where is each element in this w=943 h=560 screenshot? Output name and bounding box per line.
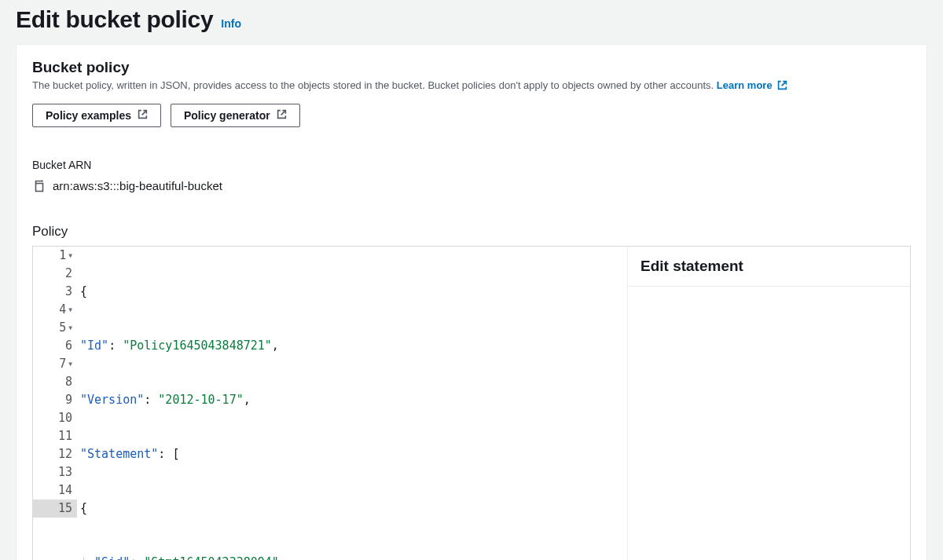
fold-icon[interactable]: ▼	[68, 355, 72, 373]
policy-examples-button[interactable]: Policy examples	[32, 104, 161, 127]
learn-more-label: Learn more	[717, 79, 772, 91]
panel-description-text: The bucket policy, written in JSON, prov…	[32, 79, 717, 91]
line-number: 5	[59, 319, 66, 337]
line-number: 14	[58, 481, 72, 500]
bucket-arn-label: Bucket ARN	[32, 159, 911, 171]
line-number: 6	[65, 337, 72, 355]
line-number: 2	[65, 265, 72, 283]
policy-examples-label: Policy examples	[46, 109, 131, 122]
line-number: 9	[65, 391, 72, 409]
learn-more-link[interactable]: Learn more	[717, 79, 787, 91]
panel-description: The bucket policy, written in JSON, prov…	[32, 79, 911, 94]
line-number: 3	[65, 283, 72, 301]
line-number: 7	[59, 355, 66, 373]
fold-icon[interactable]: ▼	[68, 319, 72, 337]
line-number: 1	[59, 247, 66, 265]
line-number: 11	[58, 427, 72, 445]
external-link-icon	[777, 80, 787, 94]
editor-gutter: 1▼ 2 3 4▼ 5▼ 6 7▼ 8 9 10 11 12 13 14 15	[33, 247, 77, 560]
fold-icon[interactable]: ▼	[68, 301, 72, 319]
line-number: 8	[65, 373, 72, 391]
panel-heading: Bucket policy	[32, 59, 911, 76]
line-number: 10	[58, 409, 72, 427]
line-number: 15	[58, 500, 72, 518]
bucket-arn-value: arn:aws:s3:::big-beautiful-bucket	[53, 179, 222, 192]
external-link-icon	[277, 109, 287, 122]
editor-code[interactable]: { "Id": "Policy1645043848721", "Version"…	[77, 247, 622, 560]
info-link[interactable]: Info	[221, 17, 241, 30]
edit-statement-panel: Edit statement Select a statement Select…	[627, 247, 910, 560]
copy-icon[interactable]	[32, 180, 45, 192]
page-title: Edit bucket policy	[16, 6, 213, 33]
line-number: 4	[59, 301, 66, 319]
policy-generator-label: Policy generator	[184, 109, 270, 122]
line-number: 12	[58, 445, 72, 463]
policy-generator-button[interactable]: Policy generator	[171, 104, 300, 127]
bucket-policy-panel: Bucket policy The bucket policy, written…	[16, 44, 927, 560]
policy-label: Policy	[32, 224, 911, 240]
line-number: 13	[58, 463, 72, 481]
policy-code-editor[interactable]: 1▼ 2 3 4▼ 5▼ 6 7▼ 8 9 10 11 12 13 14 15 …	[33, 247, 627, 560]
side-panel-heading: Edit statement	[640, 258, 897, 275]
external-link-icon	[138, 109, 148, 122]
fold-icon[interactable]: ▼	[68, 247, 72, 265]
svg-rect-0	[36, 183, 43, 191]
